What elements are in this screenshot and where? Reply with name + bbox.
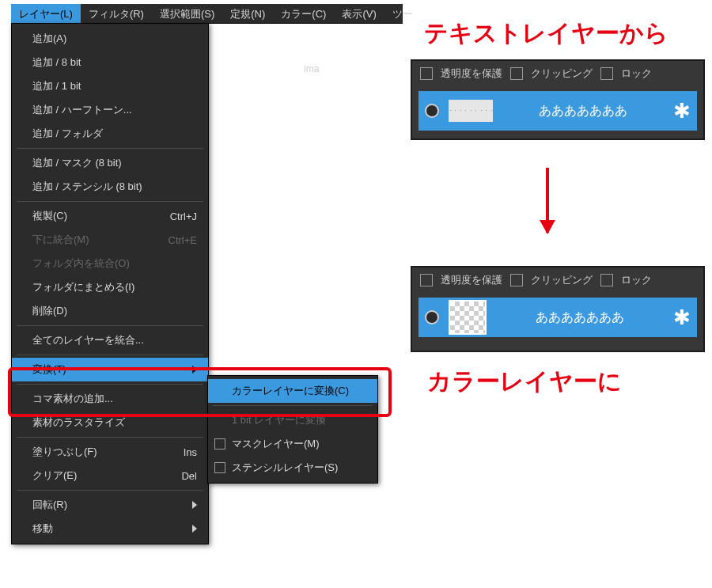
menu-item[interactable]: 追加 / 8 bit [12,51,208,74]
menu-separator [17,490,203,491]
menu-bar: レイヤー(L)フィルタ(R)選択範囲(S)定規(N)カラー(C)表示(V)ツー [11,4,403,24]
checkbox-icon[interactable] [214,462,225,473]
menu-item[interactable]: 表示(V) [334,4,384,23]
submenu-item-label: ステンシルレイヤー(S) [232,461,338,475]
checkbox-clipping[interactable] [510,67,523,80]
menu-item-label: フォルダにまとめる(I) [32,280,134,294]
annotation-text-top: テキストレイヤーから [424,17,668,50]
menu-item[interactable]: クリア(E)Del [12,464,208,487]
menu-shortcut: Ins [168,446,197,458]
layer-menu-dropdown: 追加(A)追加 / 8 bit追加 / 1 bit追加 / ハーフトーン...追… [11,23,209,544]
menu-item[interactable]: 回転(R) [12,493,208,517]
menu-item[interactable]: 追加 / フォルダ [12,122,208,146]
menu-item[interactable]: 移動 [12,517,208,541]
checkbox-lock[interactable] [600,67,613,80]
menu-item[interactable]: 選択範囲(S) [152,4,222,23]
menu-item[interactable]: 塗りつぶし(F)Ins [12,440,208,464]
menu-item-label: 全てのレイヤーを統合... [32,333,144,347]
visibility-radio[interactable] [425,310,439,324]
menu-item[interactable]: 追加 / マスク (8 bit) [12,151,208,175]
menu-separator [17,384,203,385]
checkbox-icon[interactable] [214,438,225,450]
label-clipping: クリッピング [531,66,593,81]
layer-row-color[interactable]: あああああああ ✱ [418,298,697,337]
menu-item-label: 回転(R) [32,498,67,512]
annotation-arrow-down-icon [546,168,549,233]
layer-panel-before: 透明度を保護 クリッピング ロック ・・・・・・・・・ あああああああ ✱ [411,59,705,140]
checkbox-clipping[interactable] [510,274,523,286]
checkbox-transparent[interactable] [420,274,433,286]
annotation-text-bottom: カラーレイヤーに [427,366,622,398]
menu-item[interactable]: フィルタ(R) [81,4,152,23]
menu-item[interactable]: カラー(C) [273,4,334,23]
submenu-item[interactable]: ステンシルレイヤー(S) [208,456,377,480]
menu-item-label: 追加 / マスク (8 bit) [32,156,122,170]
layer-name[interactable]: あああああああ [502,103,664,119]
menu-item: 下に統合(M)Ctrl+E [12,228,208,252]
menu-item[interactable]: 追加 / ステンシル (8 bit) [12,175,208,199]
submenu-item: 1 bit レイヤーに変換 [208,408,377,432]
document-tab-label[interactable]: ima [304,63,319,74]
submenu-item[interactable]: カラーレイヤーに変換(C) [208,379,377,403]
submenu-item-label: 1 bit レイヤーに変換 [232,413,326,427]
menu-item-label: 追加 / ハーフトーン... [32,103,132,117]
menu-separator [17,355,203,355]
layer-panel-after: 透明度を保護 クリッピング ロック あああああああ ✱ [411,266,705,352]
menu-item-label: 変換(T) [32,362,66,377]
menu-shortcut: Del [165,470,197,482]
menu-item[interactable]: フォルダにまとめる(I) [12,275,208,299]
submenu-item-label: カラーレイヤーに変換(C) [232,384,349,398]
menu-item[interactable]: 追加 / ハーフトーン... [12,98,208,122]
menu-item-label: 追加(A) [32,32,66,46]
menu-item[interactable]: 素材のラスタライズ [12,411,208,434]
label-transparent: 透明度を保護 [441,66,502,81]
layer-thumbnail-text: ・・・・・・・・・ [449,100,493,122]
menu-separator [17,201,203,202]
menu-separator [17,437,203,438]
label-transparent: 透明度を保護 [441,273,502,287]
menu-shortcut: Ctrl+J [154,211,197,222]
menu-separator [17,325,203,326]
layer-thumbnail-checker [449,300,487,335]
menu-item-label: フォルダ内を統合(O) [32,256,130,271]
layer-row-text[interactable]: ・・・・・・・・・ あああああああ ✱ [418,91,697,131]
submenu-item[interactable]: マスクレイヤー(M) [208,432,377,456]
label-lock: ロック [621,66,652,81]
checkbox-lock[interactable] [600,274,613,286]
checkbox-transparent[interactable] [420,67,433,80]
menu-item[interactable]: 削除(D) [12,299,208,323]
menu-item[interactable]: 変換(T) [12,358,208,381]
menu-item-label: 追加 / ステンシル (8 bit) [32,180,142,194]
menu-item[interactable]: コマ素材の追加... [12,387,208,411]
menu-shortcut: Ctrl+E [153,234,197,246]
menu-item-label: 下に統合(M) [32,233,89,247]
menu-item-label: 削除(D) [32,304,67,318]
menu-item-label: 複製(C) [32,209,67,223]
menu-separator [213,405,373,406]
visibility-radio[interactable] [425,104,439,118]
gear-icon[interactable]: ✱ [673,101,691,121]
chevron-right-icon [192,525,197,533]
submenu-item-label: マスクレイヤー(M) [232,437,320,451]
layer-name[interactable]: あああああああ [496,309,664,326]
chevron-right-icon [192,366,197,374]
menu-item-label: クリア(E) [32,469,77,483]
menu-item-label: 素材のラスタライズ [32,415,125,430]
menu-item[interactable]: 複製(C)Ctrl+J [12,204,208,228]
menu-item-label: 塗りつぶし(F) [32,445,97,459]
menu-item: フォルダ内を統合(O) [12,252,208,275]
menu-separator [17,148,203,149]
chevron-right-icon [192,501,197,509]
menu-item[interactable]: 追加(A) [12,27,208,51]
menu-item[interactable]: 定規(N) [222,4,273,23]
gear-icon[interactable]: ✱ [673,307,691,328]
menu-item[interactable]: 全てのレイヤーを統合... [12,328,208,352]
menu-item[interactable]: 追加 / 1 bit [12,74,208,98]
menu-item-label: 追加 / フォルダ [32,127,103,141]
menu-item[interactable]: レイヤー(L) [11,4,81,23]
menu-item-label: 移動 [32,522,53,536]
menu-item[interactable]: ツー [384,4,421,23]
menu-item-label: 追加 / 1 bit [32,79,81,93]
menu-item-label: コマ素材の追加... [32,392,113,406]
menu-item-label: 追加 / 8 bit [32,55,81,70]
